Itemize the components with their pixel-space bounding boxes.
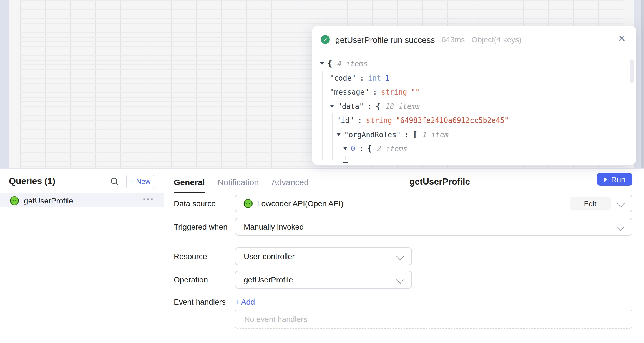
- query-form: Data source {··} Lowcoder API(Open API) …: [174, 195, 644, 329]
- event-handlers-empty-box: No event handlers: [235, 310, 632, 329]
- queries-panel-title: Queries (1): [9, 176, 55, 186]
- tab-general[interactable]: General: [174, 177, 205, 187]
- indent-guide: [339, 142, 339, 160]
- result-type: Object(4 keys): [472, 35, 522, 44]
- collapse-arrow-icon[interactable]: [336, 133, 341, 136]
- indent-guide: [332, 113, 333, 160]
- new-query-button[interactable]: + New: [126, 174, 154, 188]
- chevron-down-icon: [617, 200, 625, 207]
- query-title: getUserProfile: [409, 169, 470, 195]
- no-event-handlers-text: No event handlers: [244, 315, 307, 324]
- query-editor-panel: Queries (1) + New {··} getUserProfile ··…: [0, 168, 644, 343]
- tab-advanced[interactable]: Advanced: [271, 177, 308, 187]
- triggered-when-row: Triggered when Manually invoked: [174, 218, 644, 236]
- queries-sidebar: Queries (1) + New {··} getUserProfile ··…: [0, 169, 164, 343]
- event-handlers-empty-wrap: No event handlers: [174, 310, 644, 329]
- json-row: 0:{2 items: [312, 142, 628, 156]
- edit-datasource-button[interactable]: Edit: [570, 197, 611, 210]
- operation-row: Operation getUserProfile: [174, 271, 644, 289]
- queries-header: Queries (1) + New: [0, 169, 164, 193]
- collapse-arrow-icon[interactable]: [330, 104, 334, 108]
- query-editor: General Notification Advanced getUserPro…: [164, 169, 644, 343]
- data-source-row: Data source {··} Lowcoder API(Open API) …: [174, 195, 644, 212]
- event-handlers-label: Event handlers: [174, 297, 235, 306]
- collapse-arrow-icon[interactable]: [320, 62, 324, 65]
- resource-row: Resource User-controller: [174, 247, 644, 265]
- json-row: "data":{18 items: [312, 99, 628, 113]
- triggered-when-select[interactable]: Manually invoked: [235, 218, 632, 236]
- json-row: {4 items: [312, 57, 628, 71]
- resource-select[interactable]: User-controller: [235, 247, 412, 265]
- more-options-icon[interactable]: ···: [143, 194, 154, 205]
- operation-label: Operation: [174, 275, 235, 284]
- query-name: getUserProfile: [24, 196, 73, 205]
- indent-guide: [345, 156, 346, 160]
- canvas-left-margin: [0, 0, 9, 168]
- open-api-icon: {··}: [244, 199, 253, 208]
- data-source-label: Data source: [174, 199, 235, 208]
- tab-notification[interactable]: Notification: [218, 177, 259, 187]
- chevron-down-icon: [396, 252, 404, 260]
- run-duration: 643ms: [442, 35, 465, 44]
- json-row: "code":int1: [312, 71, 628, 85]
- chevron-down-icon: [396, 276, 404, 284]
- chevron-down-icon: [617, 223, 625, 231]
- json-tree: {4 items"code":int1"message":string"""da…: [312, 53, 628, 165]
- success-check-icon: ✓: [321, 35, 330, 44]
- popup-header: ✓ getUserProfile run success 643ms Objec…: [312, 26, 636, 53]
- query-result-popup: ✓ getUserProfile run success 643ms Objec…: [312, 26, 636, 165]
- app-root: ✓ getUserProfile run success 643ms Objec…: [0, 0, 644, 343]
- event-handlers-row: Event handlers + Add: [174, 296, 644, 307]
- editor-header: General Notification Advanced: [174, 169, 644, 195]
- run-button[interactable]: Run: [597, 173, 632, 186]
- close-icon[interactable]: ✕: [615, 32, 628, 45]
- window-edge-strip: [641, 0, 644, 168]
- open-api-icon: {··}: [10, 196, 19, 205]
- popup-scrollbar-thumb[interactable]: [630, 59, 634, 83]
- json-row: "message":string"": [312, 85, 628, 99]
- query-list-item[interactable]: {··} getUserProfile ···: [0, 193, 164, 207]
- json-row: "orgAndRoles":[1 item: [312, 128, 628, 142]
- operation-select[interactable]: getUserProfile: [235, 271, 412, 289]
- indent-guide: [322, 71, 323, 160]
- collapse-arrow-icon[interactable]: [343, 147, 348, 150]
- add-event-handler-button[interactable]: + Add: [235, 297, 255, 306]
- resource-label: Resource: [174, 252, 235, 261]
- play-icon: [604, 177, 607, 182]
- search-icon[interactable]: [108, 175, 120, 187]
- json-row: "id":string"64983fe2410a6912cc5b2e45": [312, 113, 628, 128]
- popup-title: getUserProfile run success: [335, 35, 435, 44]
- triggered-when-label: Triggered when: [174, 222, 235, 231]
- clipped-json-row: [343, 162, 348, 163]
- data-source-select[interactable]: {··} Lowcoder API(Open API) Edit: [235, 195, 632, 212]
